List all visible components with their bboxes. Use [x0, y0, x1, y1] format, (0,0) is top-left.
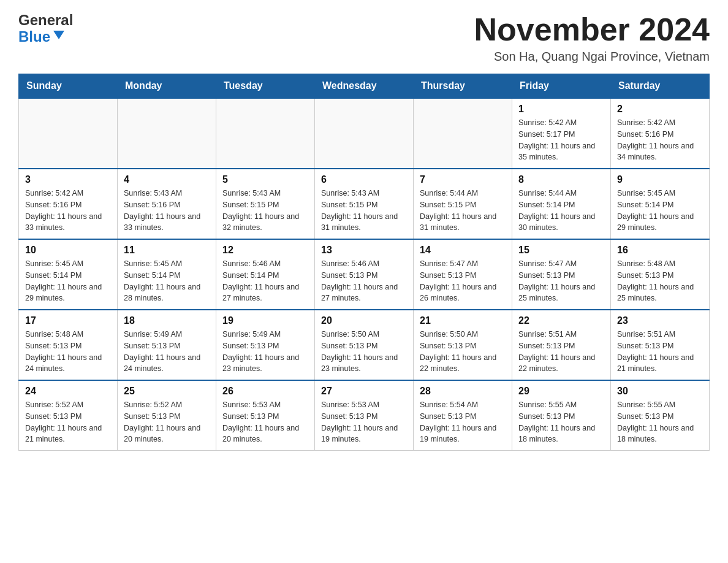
- day-number: 8: [518, 174, 604, 185]
- day-info: Sunrise: 5:50 AM Sunset: 5:13 PM Dayligh…: [420, 329, 506, 375]
- calendar-cell: 22Sunrise: 5:51 AM Sunset: 5:13 PM Dayli…: [512, 310, 611, 380]
- day-info: Sunrise: 5:49 AM Sunset: 5:13 PM Dayligh…: [124, 329, 210, 375]
- day-info: Sunrise: 5:46 AM Sunset: 5:14 PM Dayligh…: [222, 258, 308, 304]
- calendar-cell: 14Sunrise: 5:47 AM Sunset: 5:13 PM Dayli…: [414, 239, 512, 310]
- calendar-cell: 1Sunrise: 5:42 AM Sunset: 5:17 PM Daylig…: [512, 98, 611, 169]
- day-info: Sunrise: 5:55 AM Sunset: 5:13 PM Dayligh…: [617, 399, 703, 445]
- column-header-tuesday: Tuesday: [216, 74, 315, 99]
- day-number: 24: [25, 386, 111, 397]
- day-number: 7: [420, 174, 506, 185]
- calendar-week-row: 17Sunrise: 5:48 AM Sunset: 5:13 PM Dayli…: [19, 310, 710, 380]
- calendar-cell: 7Sunrise: 5:44 AM Sunset: 5:15 PM Daylig…: [414, 169, 512, 239]
- day-info: Sunrise: 5:52 AM Sunset: 5:13 PM Dayligh…: [25, 399, 111, 445]
- logo: General Blue: [18, 12, 73, 45]
- logo-general-text: General: [18, 12, 73, 28]
- day-number: 6: [321, 174, 407, 185]
- page-title: November 2024: [474, 12, 710, 47]
- day-info: Sunrise: 5:48 AM Sunset: 5:13 PM Dayligh…: [25, 329, 111, 375]
- column-header-friday: Friday: [512, 74, 611, 99]
- day-number: 29: [518, 386, 604, 397]
- day-number: 9: [617, 174, 703, 185]
- day-number: 1: [518, 104, 604, 115]
- day-number: 28: [420, 386, 506, 397]
- calendar-table: SundayMondayTuesdayWednesdayThursdayFrid…: [18, 74, 710, 451]
- calendar-cell: 12Sunrise: 5:46 AM Sunset: 5:14 PM Dayli…: [216, 239, 315, 310]
- calendar-cell: [315, 98, 414, 169]
- svg-marker-0: [53, 31, 64, 39]
- calendar-week-row: 10Sunrise: 5:45 AM Sunset: 5:14 PM Dayli…: [19, 239, 710, 310]
- day-info: Sunrise: 5:55 AM Sunset: 5:13 PM Dayligh…: [518, 399, 604, 445]
- day-info: Sunrise: 5:45 AM Sunset: 5:14 PM Dayligh…: [617, 188, 703, 234]
- calendar-cell: 15Sunrise: 5:47 AM Sunset: 5:13 PM Dayli…: [512, 239, 611, 310]
- day-info: Sunrise: 5:53 AM Sunset: 5:13 PM Dayligh…: [222, 399, 308, 445]
- column-header-monday: Monday: [118, 74, 216, 99]
- day-number: 14: [420, 245, 506, 256]
- calendar-cell: [118, 98, 216, 169]
- calendar-cell: 8Sunrise: 5:44 AM Sunset: 5:14 PM Daylig…: [512, 169, 611, 239]
- calendar-cell: 5Sunrise: 5:43 AM Sunset: 5:15 PM Daylig…: [216, 169, 315, 239]
- day-info: Sunrise: 5:45 AM Sunset: 5:14 PM Dayligh…: [124, 258, 210, 304]
- day-info: Sunrise: 5:47 AM Sunset: 5:13 PM Dayligh…: [420, 258, 506, 304]
- day-number: 11: [124, 245, 210, 256]
- day-info: Sunrise: 5:43 AM Sunset: 5:15 PM Dayligh…: [321, 188, 407, 234]
- calendar-cell: [414, 98, 512, 169]
- day-number: 10: [25, 245, 111, 256]
- calendar-cell: 6Sunrise: 5:43 AM Sunset: 5:15 PM Daylig…: [315, 169, 414, 239]
- column-header-sunday: Sunday: [19, 74, 118, 99]
- page-header: General Blue November 2024 Son Ha, Quang…: [18, 12, 710, 64]
- day-info: Sunrise: 5:45 AM Sunset: 5:14 PM Dayligh…: [25, 258, 111, 304]
- calendar-cell: 28Sunrise: 5:54 AM Sunset: 5:13 PM Dayli…: [414, 380, 512, 451]
- day-number: 27: [321, 386, 407, 397]
- calendar-cell: 13Sunrise: 5:46 AM Sunset: 5:13 PM Dayli…: [315, 239, 414, 310]
- column-header-wednesday: Wednesday: [315, 74, 414, 99]
- day-number: 12: [222, 245, 308, 256]
- day-info: Sunrise: 5:46 AM Sunset: 5:13 PM Dayligh…: [321, 258, 407, 304]
- day-number: 19: [222, 315, 308, 326]
- calendar-cell: [216, 98, 315, 169]
- day-number: 25: [124, 386, 210, 397]
- day-number: 30: [617, 386, 703, 397]
- title-area: November 2024 Son Ha, Quang Ngai Provinc…: [474, 12, 710, 64]
- day-number: 16: [617, 245, 703, 256]
- calendar-header-row: SundayMondayTuesdayWednesdayThursdayFrid…: [19, 74, 710, 99]
- day-number: 15: [518, 245, 604, 256]
- day-number: 21: [420, 315, 506, 326]
- page-subtitle: Son Ha, Quang Ngai Province, Vietnam: [474, 50, 710, 64]
- day-number: 18: [124, 315, 210, 326]
- day-info: Sunrise: 5:43 AM Sunset: 5:16 PM Dayligh…: [124, 188, 210, 234]
- day-info: Sunrise: 5:51 AM Sunset: 5:13 PM Dayligh…: [617, 329, 703, 375]
- day-info: Sunrise: 5:50 AM Sunset: 5:13 PM Dayligh…: [321, 329, 407, 375]
- day-info: Sunrise: 5:49 AM Sunset: 5:13 PM Dayligh…: [222, 329, 308, 375]
- calendar-cell: 20Sunrise: 5:50 AM Sunset: 5:13 PM Dayli…: [315, 310, 414, 380]
- day-number: 22: [518, 315, 604, 326]
- calendar-week-row: 24Sunrise: 5:52 AM Sunset: 5:13 PM Dayli…: [19, 380, 710, 451]
- calendar-cell: 2Sunrise: 5:42 AM Sunset: 5:16 PM Daylig…: [611, 98, 710, 169]
- calendar-cell: 16Sunrise: 5:48 AM Sunset: 5:13 PM Dayli…: [611, 239, 710, 310]
- calendar-cell: 30Sunrise: 5:55 AM Sunset: 5:13 PM Dayli…: [611, 380, 710, 451]
- day-info: Sunrise: 5:51 AM Sunset: 5:13 PM Dayligh…: [518, 329, 604, 375]
- calendar-cell: 29Sunrise: 5:55 AM Sunset: 5:13 PM Dayli…: [512, 380, 611, 451]
- calendar-cell: 10Sunrise: 5:45 AM Sunset: 5:14 PM Dayli…: [19, 239, 118, 310]
- calendar-cell: 17Sunrise: 5:48 AM Sunset: 5:13 PM Dayli…: [19, 310, 118, 380]
- day-number: 26: [222, 386, 308, 397]
- logo-blue-text: Blue: [18, 29, 50, 45]
- calendar-cell: 4Sunrise: 5:43 AM Sunset: 5:16 PM Daylig…: [118, 169, 216, 239]
- day-number: 23: [617, 315, 703, 326]
- calendar-week-row: 1Sunrise: 5:42 AM Sunset: 5:17 PM Daylig…: [19, 98, 710, 169]
- logo-arrow-icon: [52, 28, 66, 44]
- calendar-cell: 27Sunrise: 5:53 AM Sunset: 5:13 PM Dayli…: [315, 380, 414, 451]
- day-number: 3: [25, 174, 111, 185]
- day-info: Sunrise: 5:52 AM Sunset: 5:13 PM Dayligh…: [124, 399, 210, 445]
- calendar-cell: 26Sunrise: 5:53 AM Sunset: 5:13 PM Dayli…: [216, 380, 315, 451]
- day-info: Sunrise: 5:42 AM Sunset: 5:17 PM Dayligh…: [518, 117, 604, 163]
- day-info: Sunrise: 5:42 AM Sunset: 5:16 PM Dayligh…: [617, 117, 703, 163]
- calendar-cell: 21Sunrise: 5:50 AM Sunset: 5:13 PM Dayli…: [414, 310, 512, 380]
- day-number: 2: [617, 104, 703, 115]
- day-info: Sunrise: 5:53 AM Sunset: 5:13 PM Dayligh…: [321, 399, 407, 445]
- day-number: 17: [25, 315, 111, 326]
- day-info: Sunrise: 5:43 AM Sunset: 5:15 PM Dayligh…: [222, 188, 308, 234]
- calendar-week-row: 3Sunrise: 5:42 AM Sunset: 5:16 PM Daylig…: [19, 169, 710, 239]
- day-info: Sunrise: 5:44 AM Sunset: 5:15 PM Dayligh…: [420, 188, 506, 234]
- calendar-cell: [19, 98, 118, 169]
- day-info: Sunrise: 5:42 AM Sunset: 5:16 PM Dayligh…: [25, 188, 111, 234]
